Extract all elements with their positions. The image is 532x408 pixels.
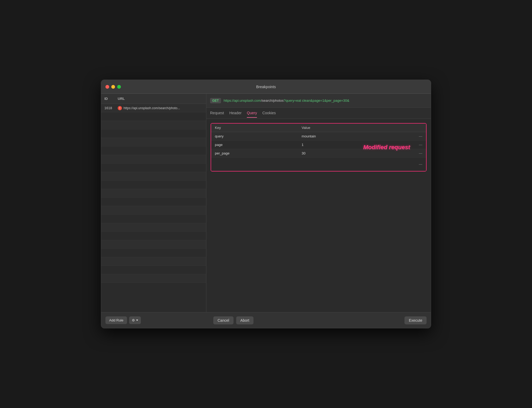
row-action-empty[interactable]: — <box>383 158 426 171</box>
empty-row <box>101 206 206 215</box>
sidebar-row[interactable]: 1618 ! https://api.unsplash.com/search/p… <box>101 104 206 112</box>
tab-query[interactable]: Query <box>247 109 257 118</box>
sidebar-header: ID URL <box>101 94 206 104</box>
sidebar-rows: 1618 ! https://api.unsplash.com/search/p… <box>101 104 206 312</box>
table-row[interactable]: per_page 30 — <box>211 149 426 158</box>
chevron-down-icon <box>136 320 138 321</box>
abort-button[interactable]: Abort <box>236 316 253 324</box>
empty-row <box>101 232 206 240</box>
empty-row <box>101 257 206 266</box>
tab-header[interactable]: Header <box>229 109 242 118</box>
sidebar-url-header: URL <box>118 97 125 101</box>
empty-row <box>101 215 206 223</box>
row-action[interactable]: — <box>383 141 426 149</box>
gear-settings-button[interactable]: ⚙ <box>129 316 141 324</box>
titlebar: Breakpoints <box>101 80 431 94</box>
table-row: — <box>211 158 426 171</box>
close-button[interactable] <box>105 85 109 89</box>
bottom-bar-left: Add Rule ⚙ <box>105 316 211 324</box>
table-row[interactable]: page 1 — <box>211 141 426 149</box>
main-content: ID URL 1618 ! https://api.unsplash.com/s… <box>101 94 431 312</box>
col-value-header: Value <box>298 124 383 132</box>
tabs-bar: Request Header Query Cookies <box>206 108 431 119</box>
url-path: /search/photos <box>261 99 284 103</box>
row-action[interactable]: — <box>383 132 426 141</box>
query-value: 1 <box>298 141 383 149</box>
query-value: 30 <box>298 149 383 158</box>
url-text: https://api.unsplash.com/search/photos?q… <box>224 99 349 103</box>
empty-row <box>101 198 206 206</box>
empty-row <box>101 146 206 155</box>
tab-request[interactable]: Request <box>210 109 224 118</box>
url-bar: GET https://api.unsplash.com/search/phot… <box>206 94 431 108</box>
query-value-empty <box>298 158 383 171</box>
error-icon: ! <box>118 106 122 110</box>
query-key-empty <box>211 158 298 171</box>
empty-space <box>206 176 431 312</box>
empty-row <box>101 164 206 172</box>
query-key: query <box>211 132 298 141</box>
tab-cookies[interactable]: Cookies <box>262 109 276 118</box>
window-title: Breakpoints <box>256 85 276 89</box>
empty-row <box>101 155 206 164</box>
cancel-button[interactable]: Cancel <box>213 316 234 324</box>
gear-icon: ⚙ <box>132 318 135 322</box>
empty-row <box>101 189 206 198</box>
empty-row <box>101 223 206 232</box>
row-id: 1618 <box>104 106 118 110</box>
empty-row <box>101 240 206 249</box>
execute-button[interactable]: Execute <box>404 316 427 324</box>
table-row[interactable]: query mountain — <box>211 132 426 141</box>
empty-row <box>101 121 206 129</box>
empty-row <box>101 249 206 257</box>
breakpoints-window: Breakpoints ID URL 1618 ! https://api.un… <box>101 80 431 328</box>
bottom-bar: Add Rule ⚙ Cancel Abort Execute <box>101 312 431 328</box>
url-query: ?query=eat clean&page=1&per_page=30& <box>284 99 349 103</box>
query-table-wrapper: Key Value query mountain — page <box>211 123 427 172</box>
empty-row <box>101 129 206 138</box>
add-rule-button[interactable]: Add Rule <box>105 316 127 324</box>
bottom-bar-right: Cancel Abort Execute <box>213 316 427 324</box>
col-key-header: Key <box>211 124 298 132</box>
url-base: https://api.unsplash.com <box>224 99 261 103</box>
empty-row <box>101 172 206 181</box>
row-url: https://api.unsplash.com/search/photo... <box>124 106 180 110</box>
empty-row <box>101 112 206 121</box>
col-action-header <box>383 124 426 132</box>
query-key: page <box>211 141 298 149</box>
row-action[interactable]: — <box>383 149 426 158</box>
window-controls <box>105 85 121 89</box>
empty-row <box>101 266 206 274</box>
sidebar-id-header: ID <box>104 97 118 101</box>
right-panel: GET https://api.unsplash.com/search/phot… <box>206 94 431 312</box>
minimize-button[interactable] <box>111 85 115 89</box>
query-table: Key Value query mountain — page <box>211 124 426 171</box>
query-value: mountain <box>298 132 383 141</box>
empty-row <box>101 181 206 189</box>
empty-row <box>101 138 206 146</box>
empty-row <box>101 274 206 283</box>
query-key: per_page <box>211 149 298 158</box>
maximize-button[interactable] <box>117 85 121 89</box>
method-badge: GET <box>210 98 221 103</box>
sidebar: ID URL 1618 ! https://api.unsplash.com/s… <box>101 94 206 312</box>
